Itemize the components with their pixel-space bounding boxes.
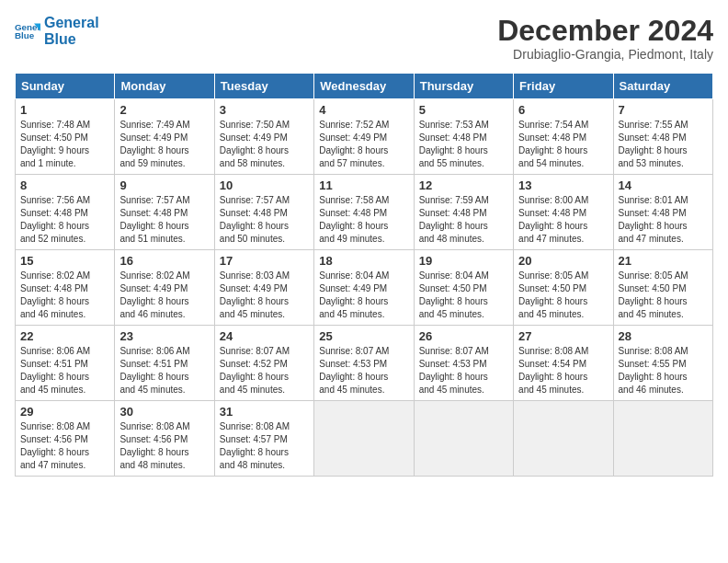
calendar-week-4: 22Sunrise: 8:06 AM Sunset: 4:51 PM Dayli… [16,326,713,401]
calendar-cell: 24Sunrise: 8:07 AM Sunset: 4:52 PM Dayli… [214,326,313,401]
calendar-header-row: SundayMondayTuesdayWednesdayThursdayFrid… [16,74,713,99]
day-number: 14 [619,178,708,192]
cell-content: Sunrise: 7:53 AM Sunset: 4:48 PM Dayligh… [419,119,508,170]
cell-content: Sunrise: 7:50 AM Sunset: 4:49 PM Dayligh… [220,119,309,170]
cell-content: Sunrise: 8:06 AM Sunset: 4:51 PM Dayligh… [20,345,109,396]
cell-content: Sunrise: 8:01 AM Sunset: 4:48 PM Dayligh… [619,194,708,246]
calendar-cell: 18Sunrise: 8:04 AM Sunset: 4:49 PM Dayli… [314,250,414,326]
page-header: General Blue General Blue December 2024 … [15,15,713,62]
logo: General Blue General Blue [15,15,99,47]
calendar-cell: 10Sunrise: 7:57 AM Sunset: 4:48 PM Dayli… [214,175,313,250]
day-number: 1 [20,103,109,117]
day-number: 6 [518,103,608,117]
calendar-cell: 26Sunrise: 8:07 AM Sunset: 4:53 PM Dayli… [414,326,513,401]
calendar-cell: 29Sunrise: 8:08 AM Sunset: 4:56 PM Dayli… [16,401,115,477]
calendar-cell: 28Sunrise: 8:08 AM Sunset: 4:55 PM Dayli… [613,326,712,401]
calendar-cell: 13Sunrise: 8:00 AM Sunset: 4:48 PM Dayli… [514,175,613,250]
day-number: 15 [20,254,109,268]
day-number: 16 [119,254,209,268]
calendar-cell: 3Sunrise: 7:50 AM Sunset: 4:49 PM Daylig… [214,99,313,175]
day-number: 13 [518,178,608,192]
calendar-cell: 7Sunrise: 7:55 AM Sunset: 4:48 PM Daylig… [613,99,712,175]
cell-content: Sunrise: 7:55 AM Sunset: 4:48 PM Dayligh… [619,119,708,170]
calendar-cell: 11Sunrise: 7:58 AM Sunset: 4:48 PM Dayli… [314,175,414,250]
location-subtitle: Drubiaglio-Grangia, Piedmont, Italy [497,47,713,62]
col-header-friday: Friday [514,74,613,99]
cell-content: Sunrise: 8:03 AM Sunset: 4:49 PM Dayligh… [220,270,309,321]
day-number: 11 [319,178,408,192]
cell-content: Sunrise: 8:06 AM Sunset: 4:51 PM Dayligh… [119,345,209,396]
cell-content: Sunrise: 7:57 AM Sunset: 4:48 PM Dayligh… [119,194,209,246]
col-header-thursday: Thursday [414,74,513,99]
cell-content: Sunrise: 8:05 AM Sunset: 4:50 PM Dayligh… [619,270,708,321]
cell-content: Sunrise: 8:08 AM Sunset: 4:57 PM Dayligh… [220,420,309,472]
calendar-cell: 12Sunrise: 7:59 AM Sunset: 4:48 PM Dayli… [414,175,513,250]
calendar-cell [514,401,613,477]
cell-content: Sunrise: 7:58 AM Sunset: 4:48 PM Dayligh… [319,194,408,246]
cell-content: Sunrise: 8:05 AM Sunset: 4:50 PM Dayligh… [518,270,608,321]
calendar-week-3: 15Sunrise: 8:02 AM Sunset: 4:48 PM Dayli… [16,250,713,326]
title-block: December 2024 Drubiaglio-Grangia, Piedmo… [497,15,713,62]
cell-content: Sunrise: 7:48 AM Sunset: 4:50 PM Dayligh… [20,119,109,170]
day-number: 21 [619,254,708,268]
calendar-cell: 20Sunrise: 8:05 AM Sunset: 4:50 PM Dayli… [514,250,613,326]
cell-content: Sunrise: 8:08 AM Sunset: 4:56 PM Dayligh… [119,420,209,472]
month-title: December 2024 [497,15,713,47]
col-header-tuesday: Tuesday [214,74,313,99]
calendar-cell: 30Sunrise: 8:08 AM Sunset: 4:56 PM Dayli… [115,401,214,477]
day-number: 12 [419,178,508,192]
cell-content: Sunrise: 8:08 AM Sunset: 4:56 PM Dayligh… [20,420,109,472]
cell-content: Sunrise: 7:49 AM Sunset: 4:49 PM Dayligh… [119,119,209,170]
day-number: 30 [119,405,209,419]
calendar-cell: 8Sunrise: 7:56 AM Sunset: 4:48 PM Daylig… [16,175,115,250]
logo-text-general: General [44,15,99,30]
day-number: 28 [619,329,708,343]
cell-content: Sunrise: 8:08 AM Sunset: 4:54 PM Dayligh… [518,345,608,396]
cell-content: Sunrise: 7:57 AM Sunset: 4:48 PM Dayligh… [220,194,309,246]
day-number: 31 [220,405,309,419]
day-number: 23 [119,329,209,343]
day-number: 20 [518,254,608,268]
cell-content: Sunrise: 8:07 AM Sunset: 4:52 PM Dayligh… [220,345,309,396]
cell-content: Sunrise: 8:08 AM Sunset: 4:55 PM Dayligh… [619,345,708,396]
day-number: 26 [419,329,508,343]
svg-text:Blue: Blue [15,30,35,40]
calendar-cell [414,401,513,477]
calendar-cell: 14Sunrise: 8:01 AM Sunset: 4:48 PM Dayli… [613,175,712,250]
col-header-sunday: Sunday [16,74,115,99]
calendar-cell: 9Sunrise: 7:57 AM Sunset: 4:48 PM Daylig… [115,175,214,250]
calendar-cell: 6Sunrise: 7:54 AM Sunset: 4:48 PM Daylig… [514,99,613,175]
calendar-week-1: 1Sunrise: 7:48 AM Sunset: 4:50 PM Daylig… [16,99,713,175]
day-number: 2 [119,103,209,117]
cell-content: Sunrise: 8:02 AM Sunset: 4:48 PM Dayligh… [20,270,109,321]
day-number: 5 [419,103,508,117]
day-number: 10 [220,178,309,192]
col-header-monday: Monday [115,74,214,99]
calendar-cell: 15Sunrise: 8:02 AM Sunset: 4:48 PM Dayli… [16,250,115,326]
calendar-week-5: 29Sunrise: 8:08 AM Sunset: 4:56 PM Dayli… [16,401,713,477]
day-number: 18 [319,254,408,268]
calendar-table: SundayMondayTuesdayWednesdayThursdayFrid… [15,73,713,477]
logo-text-blue: Blue [44,31,99,48]
calendar-cell: 17Sunrise: 8:03 AM Sunset: 4:49 PM Dayli… [214,250,313,326]
calendar-cell: 19Sunrise: 8:04 AM Sunset: 4:50 PM Dayli… [414,250,513,326]
cell-content: Sunrise: 8:02 AM Sunset: 4:49 PM Dayligh… [119,270,209,321]
cell-content: Sunrise: 8:00 AM Sunset: 4:48 PM Dayligh… [518,194,608,246]
calendar-cell: 4Sunrise: 7:52 AM Sunset: 4:49 PM Daylig… [314,99,414,175]
day-number: 29 [20,405,109,419]
day-number: 19 [419,254,508,268]
cell-content: Sunrise: 7:59 AM Sunset: 4:48 PM Dayligh… [419,194,508,246]
calendar-cell: 22Sunrise: 8:06 AM Sunset: 4:51 PM Dayli… [16,326,115,401]
calendar-cell: 23Sunrise: 8:06 AM Sunset: 4:51 PM Dayli… [115,326,214,401]
calendar-cell: 21Sunrise: 8:05 AM Sunset: 4:50 PM Dayli… [613,250,712,326]
day-number: 25 [319,329,408,343]
day-number: 9 [119,178,209,192]
cell-content: Sunrise: 8:04 AM Sunset: 4:49 PM Dayligh… [319,270,408,321]
cell-content: Sunrise: 7:56 AM Sunset: 4:48 PM Dayligh… [20,194,109,246]
calendar-cell: 27Sunrise: 8:08 AM Sunset: 4:54 PM Dayli… [514,326,613,401]
calendar-cell: 2Sunrise: 7:49 AM Sunset: 4:49 PM Daylig… [115,99,214,175]
day-number: 17 [220,254,309,268]
cell-content: Sunrise: 8:04 AM Sunset: 4:50 PM Dayligh… [419,270,508,321]
cell-content: Sunrise: 7:52 AM Sunset: 4:49 PM Dayligh… [319,119,408,170]
calendar-cell: 31Sunrise: 8:08 AM Sunset: 4:57 PM Dayli… [214,401,313,477]
